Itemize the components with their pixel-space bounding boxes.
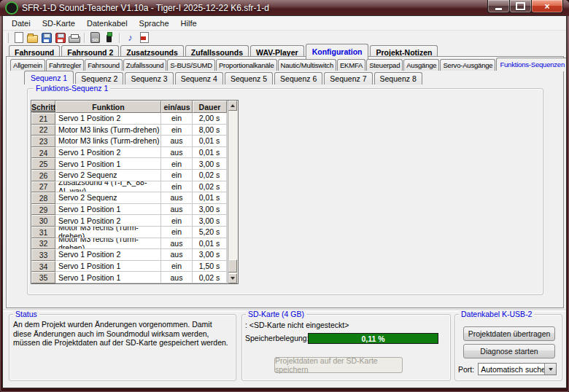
config-tab[interactable]: Nautic/Multiswitch <box>278 59 336 71</box>
column-header-step[interactable]: Schritt <box>31 101 55 113</box>
function-cell[interactable]: Servo 1 Position 1 <box>55 158 161 170</box>
main-tab[interactable]: Konfiguration <box>306 44 369 59</box>
function-cell[interactable]: Servo 2 Sequenz <box>55 170 161 181</box>
state-cell[interactable]: aus <box>161 147 193 159</box>
sequence-tab[interactable]: Sequenz 8 <box>374 72 422 85</box>
duration-cell[interactable]: 3,00 s <box>193 204 227 216</box>
transfer-project-button[interactable]: Projektdaten übertragen <box>463 326 555 341</box>
function-cell[interactable]: Servo 1 Position 2 <box>55 147 161 159</box>
duration-cell[interactable]: 0,02 s <box>193 181 227 193</box>
state-cell[interactable]: aus <box>161 238 193 250</box>
step-number-cell[interactable]: 30 <box>31 215 55 227</box>
menu-item[interactable]: Sprache <box>133 17 175 29</box>
dropdown-button[interactable] <box>544 364 556 375</box>
table-row[interactable]: 34 Servo 1 Position 1 ein 1,50 s <box>31 261 238 273</box>
maximize-button[interactable] <box>509 0 532 13</box>
duration-cell[interactable]: 3,00 s <box>193 249 227 261</box>
sequence-tab[interactable]: Sequenz 4 <box>175 72 223 85</box>
port-select[interactable]: Automatisch suchen <box>478 363 557 375</box>
start-diagnosis-button[interactable]: Diagnose starten <box>463 344 555 358</box>
table-row[interactable]: 35 Servo 1 Position 1 aus 0,02 s <box>31 272 238 283</box>
function-cell[interactable]: Motor M3 links (Turm-drehen) <box>55 136 161 147</box>
function-cell[interactable]: Servo 2 Sequenz <box>55 192 161 204</box>
column-header-function[interactable]: Funktion <box>55 101 161 113</box>
config-tab[interactable]: Ausgänge <box>403 59 439 71</box>
config-tab[interactable]: Allgemein <box>10 59 45 71</box>
function-cell[interactable]: Servo 1 Position 1 <box>55 261 161 273</box>
table-row[interactable]: 28 Servo 2 Sequenz aus 0,01 s <box>31 192 238 204</box>
step-number-cell[interactable]: 32 <box>31 238 55 250</box>
sequence-tab[interactable]: Sequenz 3 <box>125 72 173 85</box>
sequence-tab[interactable]: Sequenz 6 <box>274 72 322 85</box>
function-cell[interactable]: Servo 1 Position 2 <box>55 249 161 261</box>
table-row[interactable]: 24 Servo 1 Position 2 aus 0,01 s <box>31 147 238 159</box>
duration-cell[interactable]: 3,00 s <box>193 215 227 227</box>
state-cell[interactable]: ein <box>161 113 193 125</box>
config-tab[interactable]: Steuerpad <box>366 59 403 71</box>
step-number-cell[interactable]: 25 <box>31 158 55 170</box>
table-scrollbar[interactable] <box>228 101 238 283</box>
state-cell[interactable]: ein <box>161 170 193 181</box>
step-number-cell[interactable]: 21 <box>31 113 55 125</box>
table-row[interactable]: 25 Servo 1 Position 1 ein 3,00 s <box>31 158 238 170</box>
step-number-cell[interactable]: 27 <box>31 181 55 193</box>
sd-card-icon[interactable]: SD <box>89 32 101 44</box>
table-row[interactable]: 22 Motor M3 links (Turm-drehen) ein 8,00… <box>31 125 238 136</box>
function-cell[interactable]: Servo 1 Position 1 <box>55 204 161 216</box>
table-row[interactable]: 27 Zusatzsound 4 (T-I_K_88-AL.wav) ein 0… <box>31 181 238 193</box>
state-cell[interactable]: aus <box>161 272 193 283</box>
config-tab[interactable]: Zufallssound <box>123 59 166 71</box>
minimize-button[interactable] <box>487 0 510 13</box>
print-icon[interactable] <box>68 32 80 44</box>
table-row[interactable]: 33 Servo 1 Position 2 aus 3,00 s <box>31 249 238 261</box>
duration-cell[interactable]: 0,01 s <box>193 136 227 147</box>
open-project-icon[interactable] <box>26 32 39 44</box>
duration-cell[interactable]: 0,01 s <box>193 192 227 204</box>
table-row[interactable]: 31 Motor M3 rechts (Turm-drehen) ein 5,2… <box>31 227 238 238</box>
config-tab[interactable]: Funktions-Sequenzen <box>496 58 566 71</box>
step-number-cell[interactable]: 29 <box>31 204 55 216</box>
state-cell[interactable]: aus <box>161 192 193 204</box>
column-header-state[interactable]: ein/aus <box>161 101 193 113</box>
config-tab[interactable]: Fahrsound <box>85 59 123 71</box>
function-cell[interactable]: Servo 1 Position 2 <box>55 113 161 125</box>
sequence-tab[interactable]: Sequenz 7 <box>324 72 372 85</box>
data-cable-icon[interactable] <box>103 32 115 44</box>
duration-cell[interactable]: 2,00 s <box>193 113 227 125</box>
step-number-cell[interactable]: 22 <box>31 125 55 136</box>
duration-cell[interactable]: 0,01 s <box>193 147 227 159</box>
step-number-cell[interactable]: 31 <box>31 227 55 238</box>
function-cell[interactable]: Motor M3 rechts (Turm-drehen) <box>55 227 161 238</box>
duration-cell[interactable]: 1,50 s <box>193 261 227 273</box>
pdf-manual-icon[interactable] <box>138 32 150 44</box>
duration-cell[interactable]: 0,02 s <box>193 170 227 181</box>
column-header-duration[interactable]: Dauer <box>193 101 227 113</box>
state-cell[interactable]: aus <box>161 136 193 147</box>
config-tab[interactable]: Proportionalkanäle <box>216 59 277 71</box>
table-row[interactable]: 32 Motor M3 rechts (Turm-drehen) aus 0,0… <box>31 238 238 250</box>
play-sound-icon[interactable]: ♪ <box>124 32 136 44</box>
state-cell[interactable]: ein <box>161 215 193 227</box>
close-button[interactable]: × <box>531 0 563 13</box>
duration-cell[interactable]: 0,02 s <box>193 272 227 283</box>
function-cell[interactable]: Motor M3 links (Turm-drehen) <box>55 125 161 136</box>
step-number-cell[interactable]: 26 <box>31 170 55 181</box>
titlebar[interactable]: SFR-1-D Sound-Teacher V1.10a - Tiger-I 2… <box>0 0 569 16</box>
menu-item[interactable]: Datenkabel <box>81 17 133 29</box>
sequence-tab[interactable]: Sequenz 2 <box>75 72 123 85</box>
menu-item[interactable]: Datei <box>6 17 36 29</box>
step-number-cell[interactable]: 24 <box>31 147 55 159</box>
scrollbar-thumb[interactable] <box>228 259 237 273</box>
state-cell[interactable]: ein <box>161 158 193 170</box>
config-tab[interactable]: Fahrtregler <box>46 59 84 71</box>
table-row[interactable]: 23 Motor M3 links (Turm-drehen) aus 0,01… <box>31 136 238 147</box>
sequence-tab[interactable]: Sequenz 5 <box>225 72 273 85</box>
function-cell[interactable]: Servo 1 Position 2 <box>55 215 161 227</box>
sequence-tab[interactable]: Sequenz 1 <box>24 71 74 85</box>
duration-cell[interactable]: 5,20 s <box>193 227 227 238</box>
new-file-icon[interactable] <box>12 32 25 44</box>
menu-item[interactable]: SD-Karte <box>36 17 81 29</box>
step-number-cell[interactable]: 34 <box>31 261 55 273</box>
state-cell[interactable]: ein <box>161 181 193 193</box>
state-cell[interactable]: aus <box>161 249 193 261</box>
